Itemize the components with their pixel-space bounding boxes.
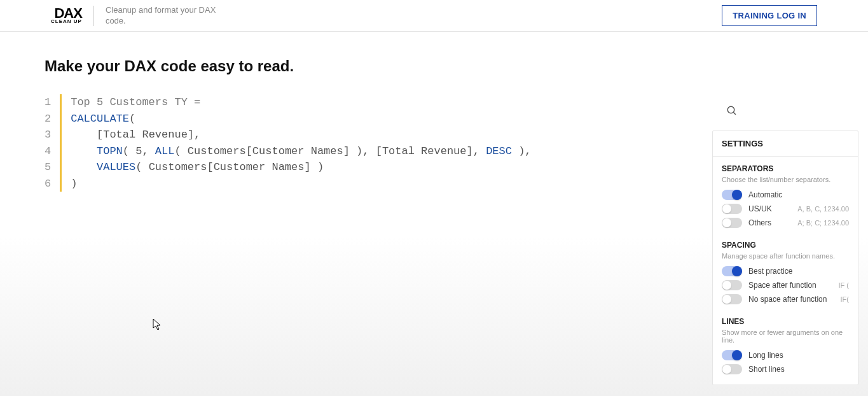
search-icon[interactable] [726, 105, 738, 119]
section-title: SPACING [722, 241, 849, 250]
settings-title: SETTINGS [713, 131, 858, 157]
toggle-switch[interactable] [722, 294, 742, 304]
toggle-switch[interactable] [722, 350, 742, 360]
line-number: 6 [45, 176, 51, 192]
settings-panel: SETTINGS SEPARATORS Choose the list/numb… [712, 131, 858, 385]
toggle-long-lines[interactable]: Long lines [722, 350, 849, 360]
page-title: Make your DAX code easy to read. [45, 57, 817, 75]
settings-section-spacing: SPACING Manage space after function name… [713, 238, 858, 315]
code-editor[interactable]: 1 2 3 4 5 6 Top 5 Customers TY = CALCULA… [45, 94, 817, 192]
section-desc: Choose the list/number separators. [722, 176, 849, 183]
toggle-others[interactable]: Others A; B; C; 1234.00 [722, 218, 849, 228]
toggle-usuk[interactable]: US/UK A, B, C, 1234.00 [722, 204, 849, 214]
toggle-switch[interactable] [722, 280, 742, 290]
line-number: 3 [45, 127, 51, 143]
toggle-short-lines[interactable]: Short lines [722, 364, 849, 374]
cursor-icon [153, 318, 163, 331]
code-border [60, 94, 62, 192]
tagline: Cleanup and format your DAX code. [106, 5, 233, 27]
toggle-space-after[interactable]: Space after function IF ( [722, 280, 849, 290]
line-number: 1 [45, 94, 51, 111]
section-title: LINES [722, 317, 849, 326]
toggle-best-practice[interactable]: Best practice [722, 266, 849, 276]
toggle-switch[interactable] [722, 266, 742, 276]
code-line[interactable]: [Total Revenue], [71, 127, 531, 143]
code-line[interactable]: ) [71, 176, 531, 192]
logo-area[interactable]: DAX CLEAN UP [51, 7, 82, 25]
header-divider [93, 6, 94, 26]
code-line[interactable]: VALUES( Customers[Customer Names] ) [71, 159, 531, 176]
header: DAX CLEAN UP Cleanup and format your DAX… [0, 0, 868, 32]
section-title: SEPARATORS [722, 164, 849, 173]
toggle-no-space-after[interactable]: No space after function IF( [722, 294, 849, 304]
line-number: 4 [45, 143, 51, 160]
toggle-switch[interactable] [722, 204, 742, 214]
toggle-switch[interactable] [722, 218, 742, 228]
settings-section-lines: LINES Show more or fewer arguments on on… [713, 315, 858, 385]
settings-section-separators: SEPARATORS Choose the list/number separa… [713, 157, 858, 238]
svg-line-1 [733, 112, 736, 115]
training-login-button[interactable]: TRAINING LOG IN [722, 5, 817, 26]
logo: DAX CLEAN UP [51, 7, 82, 25]
code-line[interactable]: CALCULATE( [71, 111, 531, 127]
code-body[interactable]: Top 5 Customers TY = CALCULATE( [Total R… [71, 94, 531, 192]
section-desc: Manage space after function names. [722, 252, 849, 260]
section-desc: Show more or fewer arguments on one line… [722, 329, 849, 344]
svg-point-0 [727, 106, 734, 113]
line-gutter: 1 2 3 4 5 6 [45, 94, 60, 192]
line-number: 2 [45, 111, 51, 127]
logo-sub: CLEAN UP [51, 18, 82, 24]
toggle-automatic[interactable]: Automatic [722, 190, 849, 200]
toggle-switch[interactable] [722, 364, 742, 374]
logo-main: DAX [54, 7, 81, 20]
code-line[interactable]: TOPN( 5, ALL( Customers[Customer Names] … [71, 143, 531, 160]
code-line[interactable]: Top 5 Customers TY = [71, 94, 531, 111]
toggle-switch[interactable] [722, 190, 742, 200]
line-number: 5 [45, 159, 51, 176]
